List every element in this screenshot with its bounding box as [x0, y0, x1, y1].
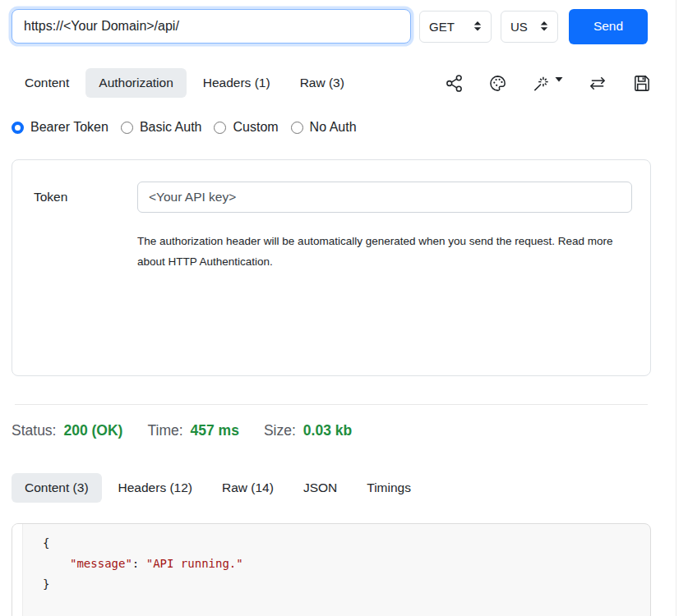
method-select[interactable]: GET — [419, 11, 492, 43]
code-gutter — [12, 524, 23, 616]
radio-basic-label: Basic Auth — [140, 120, 202, 135]
resp-tab-raw[interactable]: Raw (14) — [209, 473, 287, 503]
swap-arrows-icon[interactable] — [588, 74, 607, 93]
caret-down-icon — [555, 76, 563, 83]
json-colon: : — [132, 557, 146, 570]
resp-tab-headers[interactable]: Headers (12) — [105, 473, 205, 503]
toolbar — [445, 74, 651, 93]
tab-authorization[interactable]: Authorization — [85, 68, 186, 98]
json-value: "API running." — [146, 557, 243, 570]
radio-bearer-token[interactable]: Bearer Token — [12, 120, 109, 135]
auth-help-text: The authorization header will be automat… — [137, 231, 617, 272]
radio-basic-auth[interactable]: Basic Auth — [121, 120, 202, 135]
radio-no-auth-label: No Auth — [310, 120, 357, 135]
divider — [15, 404, 648, 405]
radio-unchecked-icon — [121, 122, 133, 134]
chevron-updown-icon — [540, 21, 548, 31]
time-value: 457 ms — [191, 422, 239, 439]
share-icon[interactable] — [445, 74, 464, 93]
radio-unchecked-icon — [214, 122, 226, 134]
code-line: "message": "API running." — [43, 554, 243, 574]
region-select[interactable]: US — [501, 11, 558, 43]
response-status-bar: Status: 200 (OK) Time: 457 ms Size: 0.03… — [12, 422, 651, 439]
save-icon[interactable] — [632, 74, 651, 93]
radio-checked-icon — [12, 122, 24, 134]
token-row: Token — [34, 182, 632, 213]
radio-custom-label: Custom — [233, 120, 278, 135]
magic-wand-dropdown-icon[interactable] — [532, 74, 563, 93]
method-select-value: GET — [429, 20, 455, 34]
auth-type-options: Bearer Token Basic Auth Custom No Auth — [12, 120, 651, 135]
url-input[interactable] — [12, 9, 411, 44]
size-label: Size: — [264, 422, 296, 439]
resp-tab-timings[interactable]: Timings — [353, 473, 424, 503]
radio-custom[interactable]: Custom — [214, 120, 278, 135]
token-label: Token — [34, 190, 137, 205]
code-line: { — [43, 533, 243, 554]
json-key: "message" — [70, 557, 132, 570]
authorization-panel: Token The authorization header will be a… — [12, 159, 651, 376]
size-value: 0.03 kb — [303, 422, 352, 439]
radio-no-auth[interactable]: No Auth — [291, 120, 357, 135]
radio-bearer-label: Bearer Token — [30, 120, 109, 135]
status-label: Status: — [12, 422, 56, 439]
resp-tab-json[interactable]: JSON — [290, 473, 350, 503]
radio-unchecked-icon — [291, 122, 303, 134]
status-value: 200 (OK) — [63, 422, 122, 439]
api-tester-page: GET US Send Content Authorization Header… — [0, 0, 663, 616]
tab-headers[interactable]: Headers (1) — [190, 68, 284, 98]
chevron-updown-icon — [473, 21, 482, 31]
response-body-panel: { "message": "API running." } — [12, 523, 651, 616]
send-button[interactable]: Send — [569, 9, 648, 44]
request-tabs-row: Content Authorization Headers (1) Raw (3… — [12, 68, 651, 98]
time-label: Time: — [147, 422, 182, 439]
scrollbar-track-edge — [676, 0, 676, 616]
palette-icon[interactable] — [488, 74, 507, 93]
response-json: { "message": "API running." } — [23, 524, 243, 616]
response-tabs-row: Content (3) Headers (12) Raw (14) JSON T… — [12, 473, 651, 503]
region-select-value: US — [510, 20, 528, 34]
token-input[interactable] — [137, 182, 632, 213]
code-line: } — [43, 574, 243, 595]
resp-tab-content[interactable]: Content (3) — [12, 473, 102, 503]
tab-raw[interactable]: Raw (3) — [287, 68, 358, 98]
request-bar: GET US Send — [12, 8, 651, 44]
tab-content[interactable]: Content — [12, 68, 82, 98]
